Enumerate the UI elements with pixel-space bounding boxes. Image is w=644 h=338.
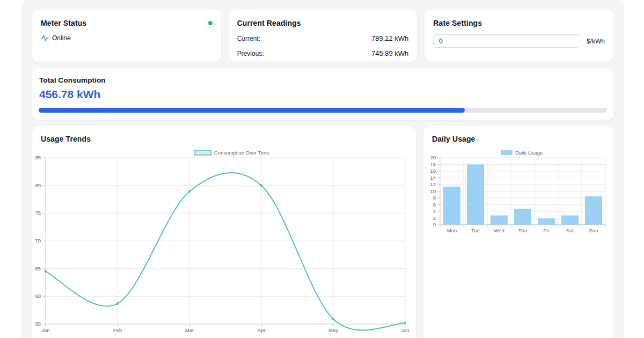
- svg-text:Wed: Wed: [494, 227, 504, 233]
- dashboard-panel: Meter Status Online Current Readings Cur…: [21, 0, 624, 338]
- svg-text:85: 85: [35, 155, 41, 160]
- svg-text:Jun: Jun: [401, 327, 409, 333]
- previous-reading-label: Previous:: [237, 50, 264, 57]
- usage-trends-card: Usage Trends 85807570656055JanFebMarAprM…: [32, 126, 416, 338]
- svg-text:10: 10: [430, 188, 436, 194]
- current-reading-row: Current: 789.12 kWh: [237, 34, 409, 42]
- consumption-progress-fill: [39, 108, 465, 113]
- activity-icon: [41, 34, 48, 42]
- previous-reading-row: Previous: 745.89 kWh: [237, 49, 409, 57]
- svg-text:Tue: Tue: [471, 227, 480, 233]
- svg-text:6: 6: [433, 202, 436, 208]
- svg-text:8: 8: [433, 195, 436, 201]
- svg-text:80: 80: [35, 182, 41, 188]
- svg-text:Jan: Jan: [41, 327, 49, 333]
- svg-text:70: 70: [35, 238, 41, 244]
- current-reading-value: 789.12 kWh: [371, 34, 408, 42]
- svg-text:Sun: Sun: [589, 227, 598, 233]
- current-reading-label: Current:: [237, 35, 260, 42]
- rate-settings-title: Rate Settings: [433, 19, 605, 27]
- previous-reading-value: 745.89 kWh: [371, 49, 408, 57]
- svg-text:60: 60: [35, 293, 41, 299]
- rate-input[interactable]: [433, 34, 580, 48]
- current-readings-title: Current Readings: [237, 19, 409, 27]
- svg-text:12: 12: [430, 181, 436, 187]
- svg-text:0: 0: [433, 222, 436, 227]
- svg-text:Fri: Fri: [543, 227, 549, 233]
- daily-usage-card: Daily Usage 02468101214161820MonTueWedTh…: [423, 126, 613, 338]
- svg-text:May: May: [328, 327, 338, 333]
- daily-usage-chart: 02468101214161820MonTueWedThuFriSatSunDa…: [423, 126, 612, 338]
- svg-text:55: 55: [35, 321, 41, 327]
- svg-text:2: 2: [433, 215, 436, 221]
- meter-status-value: Online: [52, 34, 71, 42]
- meter-status-card: Meter Status Online: [32, 10, 221, 62]
- svg-text:16: 16: [430, 168, 436, 174]
- charts-row: Usage Trends 85807570656055JanFebMarAprM…: [32, 126, 613, 338]
- usage-trends-chart: 85807570656055JanFebMarAprMayJunConsumpt…: [32, 126, 416, 338]
- svg-text:Mar: Mar: [185, 327, 194, 333]
- svg-text:Apr: Apr: [258, 327, 266, 333]
- svg-text:65: 65: [35, 266, 41, 271]
- current-readings-card: Current Readings Current: 789.12 kWh Pre…: [229, 10, 418, 62]
- svg-text:75: 75: [35, 210, 41, 216]
- rate-settings-card: Rate Settings $/kWh: [425, 10, 613, 62]
- svg-text:Daily Usage: Daily Usage: [515, 150, 543, 156]
- svg-text:Sat: Sat: [566, 227, 574, 233]
- total-consumption-title: Total Consumption: [39, 76, 607, 84]
- svg-text:18: 18: [430, 161, 436, 167]
- svg-text:20: 20: [430, 155, 436, 160]
- svg-text:Thu: Thu: [518, 227, 527, 233]
- rate-unit-label: $/kWh: [587, 38, 605, 45]
- total-consumption-value: 456.78 kWh: [39, 88, 607, 101]
- total-consumption-card: Total Consumption 456.78 kWh: [32, 68, 613, 120]
- consumption-progress: [39, 108, 607, 113]
- top-cards-row: Meter Status Online Current Readings Cur…: [32, 10, 613, 62]
- svg-text:4: 4: [433, 208, 436, 214]
- svg-text:14: 14: [430, 175, 436, 181]
- svg-text:Feb: Feb: [113, 327, 122, 333]
- svg-text:Consumption Over Time: Consumption Over Time: [214, 150, 269, 156]
- meter-status-title: Meter Status: [41, 19, 86, 27]
- svg-text:Mon: Mon: [447, 227, 457, 233]
- status-dot: [208, 21, 213, 25]
